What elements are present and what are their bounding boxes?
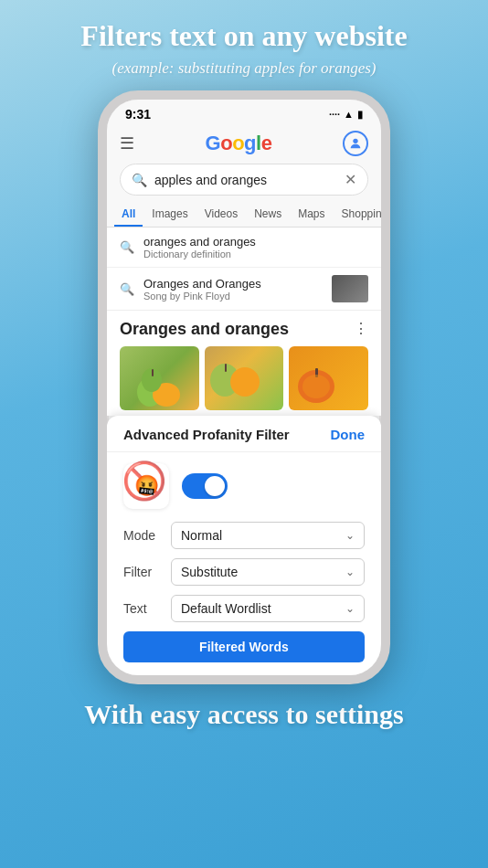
more-options-icon[interactable]: ⋮ bbox=[354, 320, 368, 337]
fruit-images bbox=[120, 346, 368, 410]
word-name: oranges bbox=[125, 674, 168, 684]
search-input[interactable]: apples and oranges bbox=[154, 173, 337, 187]
apf-title: Advanced Profanity Filter bbox=[123, 427, 290, 442]
subheader-text: (example: substituting apples for orange… bbox=[0, 58, 488, 90]
tab-news[interactable]: News bbox=[247, 201, 289, 227]
apf-app-icon: 🤬 🚫 bbox=[123, 463, 169, 509]
tab-images[interactable]: Images bbox=[144, 201, 195, 227]
suggestion-main-1: oranges and oranges bbox=[143, 235, 256, 249]
footer-text: With easy access to settings bbox=[0, 684, 488, 740]
hamburger-icon[interactable]: ☰ bbox=[120, 133, 134, 153]
filter-label: Filter bbox=[123, 565, 162, 579]
suggestion-search-icon-1: 🔍 bbox=[120, 240, 134, 254]
search-box: 🔍 apples and oranges ✕ bbox=[107, 160, 381, 201]
filter-value: Substitute bbox=[181, 565, 238, 579]
header-text: Filters text on any website bbox=[0, 0, 488, 58]
filter-row: Filter Substitute ⌄ bbox=[123, 558, 365, 586]
suggestion-search-icon-2: 🔍 bbox=[120, 282, 134, 296]
google-logo: Google bbox=[206, 132, 272, 155]
mode-label: Mode bbox=[123, 528, 162, 543]
search-icon: 🔍 bbox=[132, 173, 147, 187]
text-value: Default Wordlist bbox=[181, 601, 271, 616]
fruit-image-3 bbox=[289, 346, 368, 410]
fruit-image-1 bbox=[120, 346, 199, 410]
svg-rect-4 bbox=[152, 369, 154, 376]
text-label: Text bbox=[123, 601, 162, 616]
apf-top-row: 🤬 🚫 bbox=[123, 463, 365, 509]
filter-chevron-icon: ⌄ bbox=[345, 566, 355, 578]
apf-toggle[interactable] bbox=[182, 473, 228, 499]
signal-icon: ···· bbox=[329, 109, 340, 120]
toggle-knob bbox=[205, 476, 225, 496]
clear-icon[interactable]: ✕ bbox=[345, 171, 356, 188]
apf-body: 🤬 🚫 Mode Normal ⌄ Filter bbox=[107, 452, 381, 684]
google-bar: ☰ Google bbox=[107, 125, 381, 160]
apf-done-button[interactable]: Done bbox=[331, 427, 366, 442]
text-chevron-icon: ⌄ bbox=[345, 602, 355, 615]
apf-panel: Advanced Profanity Filter Done 🤬 🚫 Mode bbox=[107, 416, 381, 684]
status-bar: 9:31 ···· ▲ ▮ bbox=[107, 100, 381, 125]
suggestion-sub-2: Song by Pink Floyd bbox=[143, 291, 323, 302]
tab-maps[interactable]: Maps bbox=[291, 201, 332, 227]
mode-value: Normal bbox=[181, 528, 222, 543]
filtered-words-button[interactable]: Filtered Words bbox=[123, 631, 365, 662]
suggestion-row-1[interactable]: 🔍 oranges and oranges Dictionary definit… bbox=[107, 228, 381, 268]
phone-frame: 9:31 ···· ▲ ▮ ☰ Google 🔍 apples and oran… bbox=[98, 90, 390, 684]
svg-point-0 bbox=[353, 139, 357, 143]
suggestions-panel: 🔍 oranges and oranges Dictionary definit… bbox=[107, 228, 381, 311]
status-icons: ···· ▲ ▮ bbox=[329, 109, 363, 121]
status-time: 9:31 bbox=[125, 107, 151, 122]
svg-point-6 bbox=[230, 367, 260, 397]
filter-select[interactable]: Substitute ⌄ bbox=[171, 558, 365, 586]
tab-shopping[interactable]: Shopping bbox=[334, 201, 390, 227]
tab-bar: All Images Videos News Maps Shopping Bo bbox=[107, 201, 381, 228]
suggestion-main-2: Oranges and Oranges bbox=[143, 277, 323, 291]
word-count: 71 bbox=[350, 674, 363, 684]
profile-icon[interactable] bbox=[343, 131, 368, 156]
mode-select[interactable]: Normal ⌄ bbox=[171, 522, 365, 549]
suggestion-row-2[interactable]: 🔍 Oranges and Oranges Song by Pink Floyd bbox=[107, 268, 381, 310]
tab-all[interactable]: All bbox=[114, 201, 143, 227]
mode-chevron-icon: ⌄ bbox=[345, 529, 355, 542]
text-select[interactable]: Default Wordlist ⌄ bbox=[171, 595, 365, 622]
suggestion-thumbnail-2 bbox=[332, 275, 368, 302]
search-input-row[interactable]: 🔍 apples and oranges ✕ bbox=[120, 164, 368, 196]
fruit-image-2 bbox=[205, 346, 284, 410]
svg-rect-7 bbox=[225, 364, 227, 372]
page-title: Oranges and oranges bbox=[120, 320, 368, 339]
page-content: ⋮ Oranges and oranges bbox=[107, 311, 381, 416]
word-row: oranges 71 bbox=[123, 670, 365, 684]
wifi-icon: ▲ bbox=[344, 109, 354, 120]
battery-icon: ▮ bbox=[357, 109, 363, 121]
mode-row: Mode Normal ⌄ bbox=[123, 522, 365, 549]
tab-videos[interactable]: Videos bbox=[197, 201, 245, 227]
text-row: Text Default Wordlist ⌄ bbox=[123, 595, 365, 622]
svg-point-10 bbox=[302, 375, 330, 398]
suggestion-sub-1: Dictionary definition bbox=[143, 249, 256, 259]
apf-header: Advanced Profanity Filter Done bbox=[107, 416, 381, 452]
